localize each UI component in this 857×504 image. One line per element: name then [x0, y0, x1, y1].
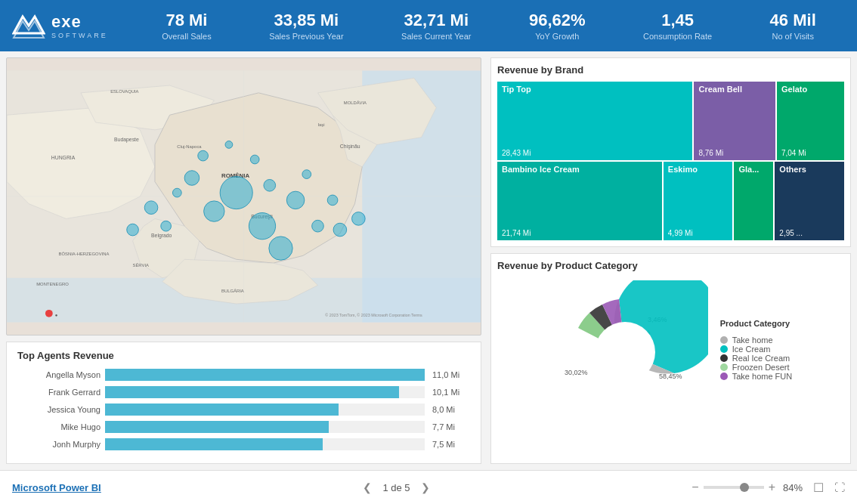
agent-name: Frank Gerrard	[17, 388, 101, 397]
svg-text:30,02%: 30,02%	[565, 369, 588, 376]
svg-text:Budapeste: Budapeste	[114, 137, 139, 143]
next-page-button[interactable]: ❯	[416, 480, 435, 495]
stat-label-5: No of Visits	[770, 32, 816, 41]
legend-label: Take home FUN	[732, 372, 792, 381]
agent-row: Jonh Murphy 7,5 Mi	[17, 438, 470, 450]
stat-value-5: 46 Mil	[770, 11, 816, 30]
page-indicator: 1 de 5	[382, 482, 410, 493]
legend-item: Take home FUN	[720, 372, 792, 381]
gla-label: Gla...	[738, 165, 769, 174]
svg-text:Iaşi: Iaşi	[317, 122, 324, 127]
agent-value: 8,0 Mi	[432, 405, 470, 414]
powerbi-link[interactable]: Microsoft Power BI	[12, 482, 101, 493]
zoom-plus-button[interactable]: +	[769, 481, 775, 494]
stat-item-3: 96,62% YoY Growth	[529, 11, 586, 41]
svg-text:Cluj-Napoca: Cluj-Napoca	[177, 144, 202, 149]
svg-point-24	[184, 171, 200, 186]
map-svg: Budapeste Cluj-Napoca ROMÊNIA Bucureşti …	[7, 58, 481, 335]
donut-area: 3,46% 5,09% 30,02% 58,45%	[497, 277, 844, 422]
agent-bar	[105, 386, 399, 398]
donut-chart[interactable]: 3,46% 5,09% 30,02% 58,45%	[549, 280, 708, 419]
agent-row: Frank Gerrard 10,1 Mi	[17, 386, 470, 398]
svg-point-33	[225, 141, 233, 149]
main-content: Budapeste Cluj-Napoca ROMÊNIA Bucureşti …	[0, 51, 857, 470]
svg-point-34	[250, 155, 259, 164]
svg-point-36	[172, 188, 181, 197]
treemap-row-1: Tip Top 28,43 Mi Cream Bell 8,76 Mi Gela…	[497, 82, 844, 160]
agent-name: Jonh Murphy	[17, 440, 101, 449]
svg-point-27	[333, 223, 347, 237]
agent-value: 7,7 Mi	[432, 422, 470, 431]
treemap-row-2: Bambino Ice Cream 21,74 Mi Eskimo 4,99 M…	[497, 162, 844, 240]
agent-bar	[105, 438, 323, 450]
stat-label-4: Consumption Rate	[643, 32, 712, 41]
agent-row: Mike Hugo 7,7 Mi	[17, 421, 470, 433]
agent-row: Angella Myson 11,0 Mi	[17, 369, 470, 381]
stat-item-2: 32,71 Mi Sales Current Year	[401, 11, 471, 41]
bottom-bar: Microsoft Power BI ❮ 1 de 5 ❯ − + 84% ☐ …	[0, 470, 857, 504]
svg-point-28	[269, 237, 292, 260]
stat-label-3: YoY Growth	[529, 32, 586, 41]
tip-top-val: 28,43 Mi	[502, 149, 688, 157]
agent-bar-wrap	[105, 369, 425, 381]
map-container[interactable]: Budapeste Cluj-Napoca ROMÊNIA Bucureşti …	[6, 57, 481, 335]
legend-dot	[720, 354, 728, 362]
zoom-slider[interactable]	[704, 486, 764, 489]
logo-text: exe	[51, 12, 82, 31]
treemap-cell-gelato[interactable]: Gelato 7,04 Mi	[777, 82, 844, 160]
category-panel: Revenue by Product Category 3,46% 5,09% …	[490, 253, 851, 464]
agent-bar	[105, 404, 339, 416]
svg-text:Chişinău: Chişinău	[340, 144, 360, 150]
svg-text:MOLDÁVIA: MOLDÁVIA	[344, 100, 367, 105]
svg-text:BULGÁRIA: BULGÁRIA	[221, 289, 244, 293]
legend-label: Real Ice Cream	[732, 354, 790, 363]
prev-page-button[interactable]: ❮	[358, 480, 376, 495]
treemap-cell-others[interactable]: Others 2,95 ...	[775, 162, 844, 240]
stat-value-0: 78 Mi	[162, 11, 211, 30]
agents-panel: Top Agents Revenue Angella Myson 11,0 Mi…	[6, 342, 481, 464]
legend-item: Ice Cream	[720, 345, 792, 354]
agent-bar-wrap	[105, 404, 425, 416]
treemap-cell-tip-top[interactable]: Tip Top 28,43 Mi	[497, 82, 692, 160]
agents-title: Top Agents Revenue	[17, 350, 470, 361]
zoom-minus-button[interactable]: −	[691, 481, 698, 494]
svg-point-47	[595, 322, 655, 382]
others-label: Others	[779, 165, 840, 174]
svg-point-26	[312, 220, 324, 232]
zoom-level: 84%	[783, 482, 803, 493]
svg-point-22	[249, 213, 275, 240]
svg-text:MONTENEGRO: MONTENEGRO	[36, 282, 69, 286]
agent-name: Jessica Young	[17, 405, 101, 414]
zoom-controls: − + 84% ☐ ⛶	[691, 481, 845, 495]
svg-text:Belgrado: Belgrado	[151, 233, 172, 239]
treemap-cell-bambino[interactable]: Bambino Ice Cream 21,74 Mi	[497, 162, 662, 240]
treemap-cell-gla[interactable]: Gla...	[734, 162, 773, 240]
treemap-cell-eskimo[interactable]: Eskimo 4,99 Mi	[664, 162, 733, 240]
agents-rows: Angella Myson 11,0 Mi Frank Gerrard 10,1…	[17, 369, 470, 450]
agent-bar-wrap	[105, 438, 425, 450]
svg-point-21	[220, 177, 252, 209]
header: exe SOFTWARE 78 Mi Overall Sales33,85 Mi…	[0, 0, 857, 51]
tip-top-label: Tip Top	[502, 85, 688, 94]
stat-label-0: Overall Sales	[162, 32, 211, 41]
legend-item: Real Ice Cream	[720, 354, 792, 363]
svg-point-25	[286, 191, 305, 209]
stat-value-3: 96,62%	[529, 11, 586, 30]
svg-text:58,45%: 58,45%	[659, 373, 682, 380]
agent-bar-wrap	[105, 386, 425, 398]
treemap-cell-cream-bell[interactable]: Cream Bell 8,76 Mi	[694, 82, 775, 160]
bambino-val: 21,74 Mi	[502, 229, 657, 237]
svg-point-35	[264, 179, 276, 191]
fullscreen-icon[interactable]: ⛶	[834, 481, 845, 493]
legend-dot	[720, 363, 728, 371]
left-panel: Budapeste Cluj-Napoca ROMÊNIA Bucureşti …	[0, 51, 487, 470]
svg-point-29	[144, 201, 158, 215]
treemap[interactable]: Tip Top 28,43 Mi Cream Bell 8,76 Mi Gela…	[497, 82, 844, 240]
svg-text:ESLOVAQUIA: ESLOVAQUIA	[110, 89, 138, 94]
agent-bar	[105, 421, 329, 433]
stat-item-1: 33,85 Mi Sales Previous Year	[269, 11, 343, 41]
expand-icon[interactable]: ☐	[813, 481, 824, 495]
stat-label-2: Sales Current Year	[401, 32, 471, 41]
gelato-val: 7,04 Mi	[781, 149, 840, 157]
category-title: Revenue by Product Category	[497, 260, 844, 271]
